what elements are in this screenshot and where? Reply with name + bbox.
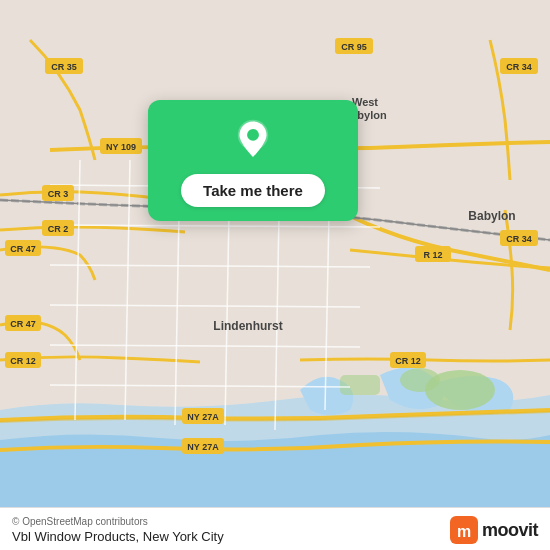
moovit-logo: m moovit: [450, 516, 538, 544]
svg-point-51: [247, 129, 259, 141]
svg-text:CR 2: CR 2: [48, 224, 69, 234]
svg-text:CR 47: CR 47: [10, 319, 36, 329]
location-label: Vbl Window Products, New York City: [12, 529, 224, 544]
svg-text:CR 3: CR 3: [48, 189, 69, 199]
svg-point-2: [400, 368, 440, 392]
svg-text:CR 12: CR 12: [395, 356, 421, 366]
svg-text:m: m: [457, 523, 471, 540]
svg-text:CR 34: CR 34: [506, 62, 532, 72]
moovit-brand-text: moovit: [482, 520, 538, 541]
svg-rect-3: [340, 375, 380, 395]
map-container: CR 95 CR 35 NY 109 CR 3 CR 2 CR 47 CR 47…: [0, 0, 550, 550]
svg-text:Lindenhurst: Lindenhurst: [213, 319, 282, 333]
svg-text:R 12: R 12: [423, 250, 442, 260]
svg-text:NY 27A: NY 27A: [187, 412, 219, 422]
svg-text:CR 34: CR 34: [506, 234, 532, 244]
location-pin-icon: [231, 118, 275, 162]
location-card: Take me there: [148, 100, 358, 221]
map-background: CR 95 CR 35 NY 109 CR 3 CR 2 CR 47 CR 47…: [0, 0, 550, 550]
bottom-bar: © OpenStreetMap contributors Vbl Window …: [0, 507, 550, 550]
bottom-left: © OpenStreetMap contributors Vbl Window …: [12, 516, 224, 544]
svg-text:CR 47: CR 47: [10, 244, 36, 254]
take-me-there-button[interactable]: Take me there: [181, 174, 325, 207]
svg-text:CR 95: CR 95: [341, 42, 367, 52]
svg-text:NY 27A: NY 27A: [187, 442, 219, 452]
svg-text:CR 12: CR 12: [10, 356, 36, 366]
svg-text:CR 35: CR 35: [51, 62, 77, 72]
svg-text:Babylon: Babylon: [468, 209, 515, 223]
osm-attribution: © OpenStreetMap contributors: [12, 516, 224, 527]
svg-text:NY 109: NY 109: [106, 142, 136, 152]
moovit-icon: m: [450, 516, 478, 544]
